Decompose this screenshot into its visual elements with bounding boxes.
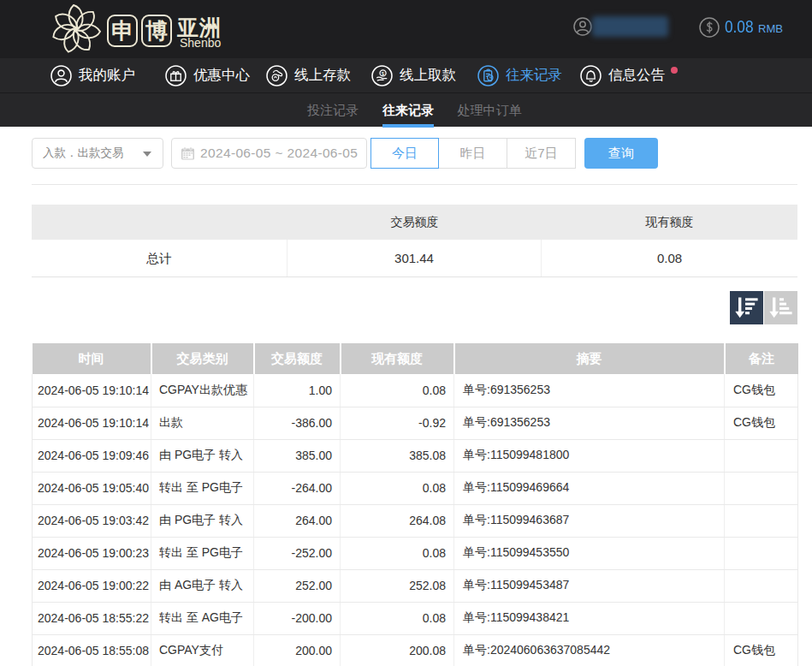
svg-text:$: $ bbox=[382, 69, 385, 75]
